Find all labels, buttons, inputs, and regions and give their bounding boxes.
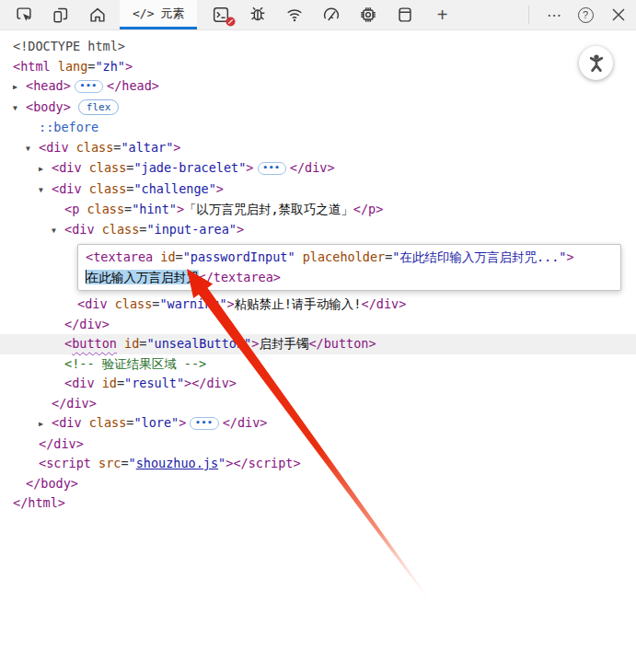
token-tag: <div xyxy=(52,181,82,196)
twisty-down-icon[interactable]: ▼ xyxy=(26,139,39,159)
help-button[interactable]: ? xyxy=(570,0,601,29)
token-tag: </div> xyxy=(191,376,237,390)
tab-console-button[interactable] xyxy=(202,0,239,29)
dom-tree-row[interactable]: ▼<div class="altar"> xyxy=(0,138,636,159)
devtools-toolbar: </> 元素 xyxy=(0,0,636,30)
twisty-right-icon[interactable]: ▶ xyxy=(39,414,52,434)
wifi-icon xyxy=(284,5,305,25)
dom-tree-row[interactable]: ▶<div class="lore">•••</div> xyxy=(0,413,636,434)
token-tag: </p> xyxy=(353,202,384,216)
bug-icon xyxy=(248,5,268,25)
dom-tree-row[interactable]: ▼<div class="input-area"> xyxy=(0,220,636,241)
token-tag: </div> xyxy=(290,160,335,175)
token-tag: <script xyxy=(39,456,91,470)
dom-tree: <!DOCTYPE html><html lang="zh">▶<head>••… xyxy=(0,30,636,514)
dom-tree-row[interactable]: ▼<body>flex xyxy=(0,98,636,119)
dom-tree-row[interactable]: </html> xyxy=(0,493,636,514)
dom-tree-row[interactable]: <textarea id="passwordInput" placeholder… xyxy=(86,248,613,268)
token-attr: id xyxy=(117,336,139,351)
more-options-button[interactable]: ⋯ xyxy=(538,0,570,29)
device-emulation-button[interactable] xyxy=(42,0,79,29)
dom-tree-row[interactable]: <!DOCTYPE html> xyxy=(0,37,636,57)
dom-tree-row[interactable]: ▼<div class="challenge"> xyxy=(0,180,636,201)
token-val: "altar" xyxy=(121,140,173,155)
token-punc2tag: < xyxy=(64,336,72,351)
twisty-down-icon[interactable]: ▼ xyxy=(39,180,52,201)
token-tag: <div xyxy=(52,160,82,175)
token-tag: </textarea> xyxy=(199,270,281,284)
tab-application-button[interactable] xyxy=(387,0,423,29)
tab-issues-button[interactable] xyxy=(239,0,276,29)
tab-elements[interactable]: </> 元素 xyxy=(120,0,197,29)
token-link[interactable]: shouzhuo.js xyxy=(136,456,218,470)
token-punc: = xyxy=(124,202,132,216)
inspect-element-button[interactable] xyxy=(6,0,42,29)
token-tag: </div> xyxy=(52,396,97,411)
token-text: 启封手镯 xyxy=(259,336,308,351)
token-attr: src xyxy=(91,456,121,470)
token-attr: lang xyxy=(51,59,88,74)
add-tool-button[interactable]: + xyxy=(423,0,460,29)
close-devtools-button[interactable] xyxy=(601,0,636,29)
dom-tree-row[interactable]: ▶<div class="jade-bracelet">•••</div> xyxy=(0,158,636,180)
twisty-right-icon[interactable]: ▶ xyxy=(13,77,26,98)
token-val: "unsealButton" xyxy=(146,336,251,351)
token-punc: = xyxy=(176,249,183,264)
token-tagw: button xyxy=(72,336,117,351)
token-attr: id xyxy=(153,249,175,264)
token-tag: <div xyxy=(64,376,95,390)
gauge-icon xyxy=(321,5,341,25)
twisty-down-icon[interactable]: ▼ xyxy=(52,221,64,241)
token-punc: = xyxy=(117,376,124,390)
expand-ellipsis-icon[interactable]: ••• xyxy=(75,80,103,93)
console-error-badge xyxy=(225,17,236,27)
token-text: 粘贴禁止!请手动输入! xyxy=(235,296,362,311)
token-val: "warning" xyxy=(159,296,226,311)
dom-tree-row[interactable]: 在此输入万言启封咒</textarea> xyxy=(86,268,613,288)
dom-tree-row[interactable]: <div id="result"></div> xyxy=(0,374,636,394)
tab-memory-button[interactable] xyxy=(350,0,387,29)
token-tag: > xyxy=(179,415,186,430)
token-tag: <body> xyxy=(26,99,71,114)
dom-tree-row[interactable]: </body> xyxy=(0,474,636,494)
token-attr: class xyxy=(82,181,127,196)
twisty-down-icon[interactable]: ▼ xyxy=(13,98,26,119)
application-storage-icon xyxy=(395,5,415,25)
dom-tree-row[interactable]: <html lang="zh"> xyxy=(0,57,636,77)
token-attr: class xyxy=(82,160,127,175)
token-attr: id xyxy=(95,376,117,390)
dom-tree-row[interactable]: <div class="warning">粘贴禁止!请手动输入!</div> xyxy=(0,295,636,315)
more-ellipsis-icon: ⋯ xyxy=(547,6,561,24)
token-tag: <div xyxy=(77,296,108,311)
dom-tree-row[interactable]: <script src="shouzhuo.js"></script> xyxy=(0,454,636,474)
dom-tree-row[interactable]: ▶<head>•••</head> xyxy=(0,76,636,98)
token-tag: </button> xyxy=(308,336,376,351)
dom-tree-row[interactable]: <!-- 验证结果区域 --> xyxy=(0,354,636,375)
token-val: "input-area" xyxy=(146,222,237,237)
token-tag: > xyxy=(184,376,191,390)
dom-tree-row[interactable]: <button id="unsealButton">启封手镯</button> xyxy=(0,334,636,354)
expand-ellipsis-icon[interactable]: ••• xyxy=(190,417,218,430)
accessibility-floating-button[interactable] xyxy=(579,46,613,80)
dom-tree-row[interactable]: </div> xyxy=(0,315,636,335)
devtools-window: </> 元素 xyxy=(0,0,636,672)
token-attr: class xyxy=(82,415,127,430)
flex-layout-badge[interactable]: flex xyxy=(78,99,120,115)
tab-network-button[interactable] xyxy=(276,0,313,29)
expand-ellipsis-icon[interactable]: ••• xyxy=(258,162,286,175)
dom-tree-row[interactable]: </div> xyxy=(0,394,636,414)
token-tag: </script> xyxy=(233,456,300,470)
twisty-right-icon[interactable]: ▶ xyxy=(39,159,52,180)
selected-element-box[interactable]: <textarea id="passwordInput" placeholder… xyxy=(77,244,621,291)
welcome-home-button[interactable] xyxy=(79,0,116,29)
token-tag: > xyxy=(173,140,180,155)
plus-icon: + xyxy=(437,5,448,26)
token-tag: </div> xyxy=(64,317,110,331)
tab-performance-button[interactable] xyxy=(313,0,350,29)
token-val: "passwordInput" xyxy=(183,249,295,264)
dom-tree-row[interactable]: </div> xyxy=(0,434,636,455)
token-tag: > xyxy=(177,202,184,216)
token-tag: > xyxy=(125,59,133,74)
dom-tree-row[interactable]: <p class="hint">「以万言咒启封,禁取巧之道」</p> xyxy=(0,200,636,220)
dom-tree-row[interactable]: ::before xyxy=(0,118,636,138)
